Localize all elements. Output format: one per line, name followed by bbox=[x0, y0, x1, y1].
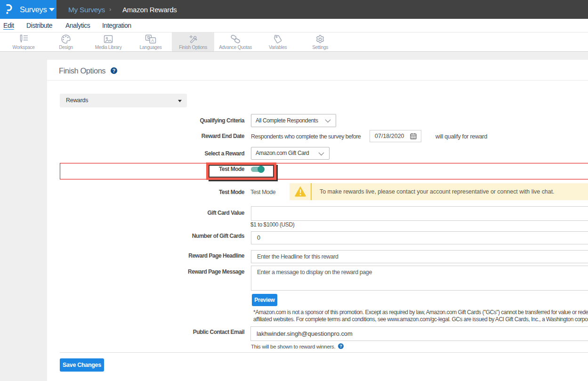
svg-text:A: A bbox=[151, 38, 154, 43]
